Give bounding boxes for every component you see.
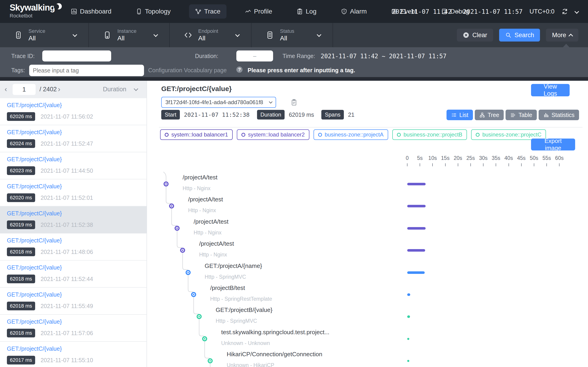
trace-endpoint-link[interactable]: GET:/projectC/{value} (7, 291, 147, 298)
span-duration-bar[interactable] (407, 183, 426, 185)
filter-status[interactable]: Status All (251, 23, 333, 47)
logo-subtitle: Rocketbot (10, 13, 62, 19)
span-name: GET:/projectA/{name} (205, 262, 262, 270)
nav-item-profile[interactable]: Profile (239, 4, 278, 19)
span-duration-bar[interactable] (407, 227, 426, 230)
filter-value: All (280, 35, 294, 42)
filter-endpoint[interactable]: Endpoint All (170, 23, 251, 47)
tags-input[interactable] (29, 65, 144, 76)
nav-utc[interactable]: UTC+0:0 (529, 8, 554, 15)
nav-item-topology[interactable]: Topology (130, 4, 177, 19)
top-nav: Skywalking Rocketbot Dashboard Topology … (0, 0, 588, 23)
span-duration-bar[interactable] (407, 338, 409, 340)
tags-label: Tags: (11, 67, 25, 74)
time-range-label: Time Range: (283, 53, 315, 59)
chevron-down-icon[interactable] (134, 86, 138, 91)
span-row[interactable]: /projectA/test Http - Nginx (147, 173, 588, 195)
trace-endpoint-link[interactable]: GET:/projectC/{value} (7, 183, 147, 190)
span-row[interactable]: /projectA/test Http - Nginx (147, 239, 588, 261)
more-label: More (552, 32, 566, 39)
span-duration-bar[interactable] (407, 271, 425, 274)
nav-item-dashboard[interactable]: Dashboard (65, 4, 117, 19)
trace-detail: GET:/projectC/{value} View Logs 3f172d4f… (147, 81, 588, 367)
nav-item-log[interactable]: Log (291, 4, 322, 19)
trace-endpoint-link[interactable]: GET:/projectC/{value} (7, 345, 147, 352)
trace-duration-badge: 62026 ms (7, 112, 35, 121)
vocabulary-link[interactable]: Configuration Vocabulary page (148, 67, 227, 74)
trace-list-sidebar: ‹ / 2402 › Duration GET:/projectC/{value… (0, 81, 147, 367)
chevron-down-icon[interactable] (574, 9, 579, 14)
span-node-icon (180, 248, 185, 253)
filter-actions: Clear Search More (457, 29, 578, 42)
nav-time-range[interactable]: 2021-11-07 11:42 ~ 2021-11-07 11:57 (392, 8, 523, 15)
span-node-icon (197, 314, 202, 319)
span-row[interactable]: test.skywalking.springcloud.test.project… (147, 328, 588, 350)
nav-right: 2021-11-07 11:42 ~ 2021-11-07 11:57 UTC+… (392, 0, 578, 23)
trace-duration-badge: 62018 ms (7, 302, 35, 310)
span-row[interactable]: /projectB/test Http - SpringRestTemplate (147, 284, 588, 306)
span-node-icon (202, 336, 207, 341)
question-icon[interactable]: ? (236, 67, 242, 73)
span-row[interactable]: GET:/projectA/{name} Http - SpringMVC (147, 261, 588, 284)
span-node-icon (169, 203, 174, 209)
trace-list-item[interactable]: GET:/projectC/{value} 62023 ms 2021-11-0… (0, 152, 147, 179)
filter-instance[interactable]: Instance All (89, 23, 170, 47)
span-node-icon (186, 270, 191, 275)
pagination-bar: ‹ / 2402 › Duration (0, 81, 147, 98)
search-button[interactable]: Search (499, 29, 540, 42)
chevron-down-icon (153, 32, 158, 37)
trace-timestamp: 2021-11-07 11:44:50 (41, 167, 93, 174)
span-row[interactable]: HikariCP/Connection/getConnection Unknow… (147, 350, 588, 367)
nav-item-label: Dashboard (80, 8, 111, 15)
duration-input[interactable] (236, 50, 273, 61)
more-button[interactable]: More (546, 29, 578, 42)
span-duration-bar[interactable] (407, 315, 410, 318)
trace-endpoint-link[interactable]: GET:/projectC/{value} (7, 264, 147, 271)
chevron-up-icon (569, 34, 573, 38)
trace-endpoint-link[interactable]: GET:/projectC/{value} (7, 318, 147, 325)
sort-dropdown[interactable]: Duration (103, 86, 126, 93)
span-duration-bar[interactable] (407, 360, 409, 362)
trace-list-item[interactable]: GET:/projectC/{value} 62018 ms 2021-11-0… (0, 261, 147, 288)
next-page-icon[interactable]: › (58, 85, 61, 93)
tags-hint: Please press enter after inputting a tag… (248, 67, 355, 74)
refresh-icon[interactable] (561, 8, 568, 15)
span-layer: Http - SpringRestTemplate (210, 296, 272, 302)
nav-item-label: Alarm (350, 8, 367, 15)
span-row[interactable]: /projectA/test Http - Nginx (147, 217, 588, 239)
trace-list-item[interactable]: GET:/projectC/{value} 62024 ms 2021-11-0… (0, 125, 147, 152)
page-input[interactable] (13, 84, 36, 95)
span-node-icon (174, 226, 180, 231)
span-row[interactable]: /projectA/test Http - Nginx (147, 195, 588, 217)
trace-list-item[interactable]: GET:/projectC/{value} 62018 ms 2021-11-0… (0, 288, 147, 315)
trace-endpoint-link[interactable]: GET:/projectC/{value} (7, 102, 147, 108)
trace-timestamp: 2021-11-07 11:52:38 (41, 222, 93, 228)
trace-list-item[interactable]: GET:/projectC/{value} 62018 ms 2021-11-0… (0, 315, 147, 342)
span-name: /projectA/test (183, 173, 217, 181)
trace-list-item[interactable]: GET:/projectC/{value} 62019 ms 2021-11-0… (0, 206, 147, 234)
nav-item-alarm[interactable]: Alarm (335, 4, 373, 19)
span-duration-bar[interactable] (407, 293, 410, 296)
trace-list-item[interactable]: GET:/projectC/{value} 62020 ms 2021-11-0… (0, 179, 147, 206)
trace-endpoint-link[interactable]: GET:/projectC/{value} (7, 129, 147, 135)
trace-endpoint-link[interactable]: GET:/projectC/{value} (7, 156, 147, 163)
span-duration-bar[interactable] (407, 205, 426, 207)
span-duration-bar[interactable] (407, 249, 425, 252)
span-name: /projectB/test (210, 284, 245, 292)
trace-duration-badge: 62023 ms (7, 166, 35, 175)
trace-list-item[interactable]: GET:/projectC/{value} 62026 ms 2021-11-0… (0, 98, 147, 125)
span-row[interactable]: GET:/projectB/{value} Http - SpringMVC (147, 306, 588, 327)
trace-id-input[interactable] (42, 50, 111, 61)
app-logo: Skywalking Rocketbot (10, 3, 62, 19)
clear-button[interactable]: Clear (457, 29, 493, 42)
filter-bar: Service All Instance All Endpoint All St… (0, 23, 588, 47)
trace-timestamp: 2021-11-07 11:55:49 (41, 303, 93, 309)
prev-page-icon[interactable]: ‹ (5, 85, 7, 93)
nav-item-trace[interactable]: Trace (189, 4, 226, 19)
trace-endpoint-link[interactable]: GET:/projectC/{value} (7, 237, 147, 244)
trace-list-item[interactable]: GET:/projectC/{value} 62017 ms 2021-11-0… (0, 342, 147, 367)
trace-timestamp: 2021-11-07 11:48:06 (41, 249, 93, 255)
filter-service[interactable]: Service All (0, 23, 89, 47)
trace-list-item[interactable]: GET:/projectC/{value} 62018 ms 2021-11-0… (0, 234, 147, 261)
trace-endpoint-link[interactable]: GET:/projectC/{value} (7, 210, 147, 217)
